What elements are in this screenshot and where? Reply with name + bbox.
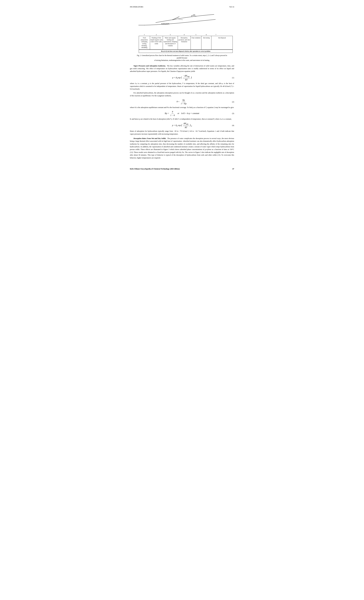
footer-right: 47 [232,168,234,170]
eq4-number: (4) [232,124,234,127]
recycle-box: Recycle if ash does not meet disposal cr… [139,50,233,53]
section2-text: The presence of water complicates the de… [130,137,234,159]
vapor-pressures-para6: Heats of adsorption for hydrocarbons typ… [130,130,234,135]
vapor-pressures-para4: where K is the adsorption equilibrium co… [130,106,234,109]
flow-box-3: Water and organic boiling and vaporizati… [163,36,178,49]
section-vapor-pressures: Vapor Pressures and Adsorption Isotherms… [130,65,234,135]
temp-arrow [178,19,183,20]
flow-box-7: Ash disposal [211,36,233,49]
desorption-para: Desorption Rates From Wet and Dry Solids… [130,137,234,159]
step-num-7: 7 [211,34,220,35]
vapor-pressures-para1: Vapor Pressures and Adsorption Isotherms… [130,65,234,73]
equation-2: θ = Kp 1 + Kp [177,99,187,105]
figure-temperature: Bulk solid's temperature profile [130,12,234,29]
equation-3-block: Kp = θ 1 − θ or ln K + ln p = constant (… [130,110,234,117]
flow-box-5: Char oxidation [191,36,201,49]
vapor-pressures-para3: For adsorbed hydrocarbons, the adsorptio… [130,92,234,97]
flow-box-6: Ash testing [201,36,211,49]
equation-1: p = A1exp ( −ΔHvap RT ) [172,74,192,81]
equation-3: Kp = θ 1 − θ or ln K + ln p = constant [165,110,199,117]
temp-profile-curve [155,14,214,23]
section-desorption-rates: Desorption Rates From Wet and Dry Solids… [130,137,234,159]
figure-flow-chart: 1 2 3 4 5 6 7 Feed preparation: catalogi… [130,34,234,53]
equation-1-block: p = A1exp ( −ΔHvap RT ) (1) [130,74,234,81]
section1-heading: Vapor Pressures and Adsorption Isotherms… [134,65,166,67]
eq2-number: (2) [232,101,234,103]
fig2-caption: Fig. 2. Generalized process flow chart f… [136,54,228,62]
flow-box-4: Desorption, pyrolysis, and char formatio… [178,36,191,49]
section2-heading: Desorption Rates From Wet and Dry Solids… [134,137,166,140]
vapor-pressures-para5: K and hence p are related to the heat of… [130,118,234,121]
page-footer: Kirk-Othmer Encyclopedia of Chemical Tec… [130,168,234,170]
header-vol: Vol 14 [229,6,234,8]
profile-arrow [193,15,197,16]
temp-profile-svg: Bulk solid's temperature profile [130,12,234,29]
profile-label: profile [191,14,195,17]
footer-left: Kirk-Othmer Encyclopedia of Chemical Tec… [130,168,180,170]
equation-4-block: p = A2 exp ( ΔHads RT ) θ (4) [130,122,234,129]
step-num-6: 6 [201,34,211,35]
step-num-4: 4 [178,34,191,35]
eq3-number: (3) [232,112,234,115]
equation-4: p = A2 exp ( ΔHads RT ) θ [172,122,192,129]
step-num-1: 1 [139,34,150,35]
step-num-3: 3 [163,34,178,35]
page-header: INCINERATORS Vol 14 [130,6,234,8]
flow-box-2: Flashing of free liquid organics and wat… [150,36,163,49]
step-num-5: 5 [191,34,201,35]
flow-box-1: Feed preparation: cataloging, sorting, b… [139,36,150,49]
step-num-2: 2 [150,34,163,35]
header-title: INCINERATORS [130,6,143,8]
bulk-solids-curve [144,19,216,25]
eq1-number: (1) [232,76,234,79]
equation-2-block: θ = Kp 1 + Kp (2) [130,99,234,105]
vapor-pressures-para2: where A₁ is a constant, p is the partial… [130,82,234,90]
